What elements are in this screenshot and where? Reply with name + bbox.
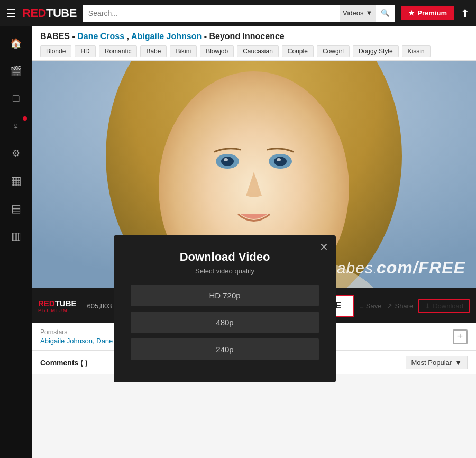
upload-button[interactable]: ⬆ (461, 7, 470, 20)
premium-star-icon: ★ (408, 9, 415, 17)
rt-logo-tube: TUBE (55, 299, 77, 308)
content-area: BABES - Dane Cross , Abigaile Johnson - … (32, 26, 476, 458)
save-button[interactable]: ≡ Save (360, 302, 381, 310)
share-icon: ↗ (387, 302, 392, 310)
sidebar-item-channels[interactable]: ❑ (3, 87, 29, 110)
sidebar-item-settings[interactable]: ⚙ (3, 142, 29, 165)
tag-couple[interactable]: Couple (282, 45, 314, 57)
watermark: babes.com/FREE (327, 258, 465, 278)
tag-cowgirl[interactable]: Cowgirl (317, 45, 350, 57)
tag-caucasian[interactable]: Caucasian (237, 45, 279, 57)
search-category-dropdown[interactable]: Videos ▼ (340, 5, 376, 22)
site-logo[interactable]: RED TUBE (22, 6, 77, 20)
download-modal: ✕ Download Video Select video quality HD… (114, 235, 336, 382)
download-icon: ⬇ (425, 302, 431, 310)
tag-blonde[interactable]: Blonde (40, 45, 71, 57)
quality-hd720-button[interactable]: HD 720p (131, 285, 319, 306)
tag-romantic[interactable]: Romantic (99, 45, 138, 57)
search-bar: Videos ▼ 🔍 (83, 5, 395, 22)
tags-list: Blonde HD Romantic Babe Bikini Blowjob C… (40, 45, 468, 57)
svg-point-6 (274, 157, 287, 166)
comments-label: Comments ( ) (40, 359, 87, 367)
sidebar-item-favorites[interactable]: ▥ (3, 224, 29, 248)
tag-bikini[interactable]: Bikini (170, 45, 197, 57)
quality-240-button[interactable]: 240p (131, 338, 319, 360)
tag-hd[interactable]: HD (75, 45, 95, 57)
main-layout: 🏠 🎬 ❑ ♀ ⚙ ▦ ▤ ▥ BABES - Dane Cross , Abi… (0, 26, 476, 458)
svg-point-7 (224, 158, 228, 161)
actor-link-2[interactable]: Abigaile Johnson (131, 32, 202, 41)
video-header: BABES - Dane Cross , Abigaile Johnson - … (32, 26, 476, 61)
download-button[interactable]: ⬇ Download (418, 299, 470, 313)
sidebar-item-playlists[interactable]: ▦ (3, 169, 29, 193)
tag-doggy[interactable]: Doggy Style (353, 45, 399, 57)
svg-point-5 (221, 157, 234, 166)
rt-small-logo[interactable]: RED TUBE PREMIUM (38, 299, 77, 313)
modal-subtitle: Select video quality (131, 267, 319, 275)
navbar: ☰ RED TUBE Videos ▼ 🔍 ★ Premium ⬆ (0, 0, 476, 26)
sidebar-item-pornstars[interactable]: ♀ (3, 114, 29, 138)
logo-tube: TUBE (46, 6, 77, 20)
modal-title: Download Video (131, 250, 319, 264)
logo-red: RED (22, 6, 46, 20)
tag-blowjob[interactable]: Blowjob (200, 45, 234, 57)
sidebar-item-videos[interactable]: 🎬 (3, 59, 29, 83)
quality-480-button[interactable]: 480p (131, 312, 319, 333)
svg-point-8 (277, 158, 281, 161)
modal-close-button[interactable]: ✕ (319, 242, 328, 252)
sidebar-item-history[interactable]: ▤ (3, 197, 29, 220)
save-icon: ≡ (360, 302, 364, 310)
search-input[interactable] (83, 5, 340, 22)
search-button[interactable]: 🔍 (376, 5, 395, 22)
rt-premium-label: PREMIUM (38, 308, 68, 313)
add-pornstar-button[interactable]: + (453, 329, 468, 344)
video-title: BABES - Dane Cross , Abigaile Johnson - … (40, 32, 468, 41)
tag-kissing[interactable]: Kissin (402, 45, 431, 57)
sort-dropdown[interactable]: Most Popular ▼ (406, 356, 468, 369)
sidebar: 🏠 🎬 ❑ ♀ ⚙ ▦ ▤ ▥ (0, 26, 32, 458)
tag-babe[interactable]: Babe (140, 45, 167, 57)
rt-logo-red: RED (38, 299, 55, 308)
premium-button[interactable]: ★ Premium (401, 6, 454, 20)
actor-link-1[interactable]: Dane Cross (77, 32, 124, 41)
share-button[interactable]: ↗ Share (387, 302, 413, 310)
hamburger-icon[interactable]: ☰ (6, 7, 16, 20)
sidebar-item-home[interactable]: 🏠 (3, 32, 29, 55)
